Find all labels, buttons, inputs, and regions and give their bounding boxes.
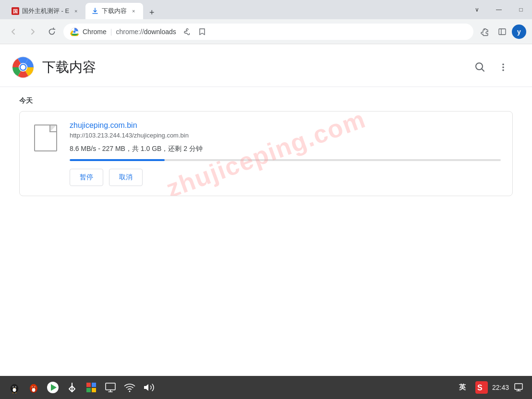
share-button[interactable]: [180, 25, 193, 38]
tabs-bar: 国 国外主机测评 - E × 下载内容 × +: [4, 0, 528, 19]
url-separator: |: [110, 28, 112, 36]
address-bar[interactable]: Chrome | chrome://downloads: [63, 24, 473, 40]
downloads-list: 今天 zhujiceping.com zhujiceping.com.bin h…: [0, 87, 532, 206]
svg-point-28: [32, 387, 33, 387]
tab2-title: 下载内容: [102, 7, 127, 15]
reload-button[interactable]: [44, 24, 60, 39]
tab1-favicon: 国: [12, 7, 19, 15]
taskbar-volume-icon[interactable]: [140, 379, 157, 396]
sidebar-button[interactable]: [495, 24, 510, 39]
svg-point-21: [15, 387, 16, 387]
taskbar-screen-icon[interactable]: [102, 379, 119, 396]
progress-bar-container: [70, 159, 501, 161]
tab1-close[interactable]: ×: [72, 7, 80, 15]
tab-1[interactable]: 国 国外主机测评 - E ×: [6, 3, 85, 19]
address-actions: [180, 25, 209, 38]
tab2-close[interactable]: ×: [130, 7, 137, 15]
search-downloads-button[interactable]: [471, 58, 490, 77]
svg-rect-5: [499, 29, 506, 35]
taskbar-input-method[interactable]: 英: [454, 379, 471, 396]
download-info: zhujiceping.com.bin http://103.213.244.1…: [70, 121, 501, 186]
forward-button[interactable]: [25, 24, 40, 39]
new-tab-button[interactable]: +: [145, 6, 158, 19]
more-actions-button[interactable]: [494, 58, 513, 77]
file-icon: [34, 125, 57, 151]
chevron-button[interactable]: ∨: [466, 0, 488, 19]
svg-rect-32: [92, 383, 96, 387]
taskbar-color-squares-icon[interactable]: [83, 379, 100, 396]
file-icon-wrapper: [31, 121, 60, 155]
svg-text:国: 国: [13, 9, 18, 14]
download-actions: 暂停 取消: [70, 169, 501, 186]
taskbar-play-icon[interactable]: [44, 379, 61, 396]
svg-point-20: [13, 387, 13, 387]
taskbar-qq1-icon[interactable]: [6, 379, 23, 396]
taskbar-bluetooth-icon[interactable]: [63, 379, 81, 396]
downloads-title-group: 下载内容: [12, 56, 96, 79]
extensions-button[interactable]: [477, 24, 493, 39]
download-status: 8.6 MB/s - 227 MB，共 1.0 GB，还剩 2 分钟: [70, 145, 501, 153]
address-bar-row: Chrome | chrome://downloads: [0, 19, 532, 44]
svg-rect-31: [86, 383, 91, 387]
tab1-title: 国外主机测评 - E: [22, 7, 69, 15]
tab-2[interactable]: 下载内容 ×: [85, 3, 143, 19]
downloads-header: 下载内容: [0, 44, 532, 87]
taskbar-notification-button[interactable]: [511, 380, 526, 395]
svg-rect-34: [92, 388, 96, 392]
page-title: 下载内容: [42, 58, 96, 76]
svg-point-29: [35, 387, 35, 387]
taskbar-time: 22:43: [492, 384, 509, 391]
svg-point-11: [502, 63, 504, 65]
progress-bar-fill: [70, 159, 165, 161]
taskbar-qq2-icon[interactable]: [25, 379, 42, 396]
svg-text:S: S: [477, 384, 483, 392]
profile-button[interactable]: y: [512, 25, 526, 39]
svg-point-13: [502, 69, 504, 71]
maximize-button[interactable]: □: [510, 0, 532, 19]
minimize-button[interactable]: —: [488, 0, 510, 19]
bookmark-button[interactable]: [195, 25, 209, 38]
main-content: 下载内容 今天 zhujiceping.com: [0, 44, 532, 376]
chrome-icon: [70, 27, 79, 36]
taskbar: 英 S 22:43: [0, 376, 532, 399]
svg-point-36: [129, 391, 131, 392]
back-button[interactable]: [6, 24, 21, 39]
taskbar-wifi-icon[interactable]: [121, 379, 138, 396]
title-bar: 国 国外主机测评 - E × 下载内容 × + ∨ — □: [0, 0, 532, 19]
today-label: 今天: [19, 97, 513, 105]
pause-button[interactable]: 暂停: [70, 169, 103, 186]
chrome-logo: [12, 56, 35, 79]
svg-point-9: [21, 65, 25, 70]
svg-point-12: [502, 66, 504, 68]
download-item: zhujiceping.com zhujiceping.com.bin http…: [19, 111, 513, 196]
window-controls: ∨ — □: [466, 0, 532, 19]
cancel-button[interactable]: 取消: [109, 169, 143, 186]
download-url: http://103.213.244.143/zhujiceping.com.b…: [70, 132, 501, 139]
svg-point-4: [73, 30, 76, 33]
url-path: downloads: [144, 28, 176, 36]
taskbar-sogou-icon[interactable]: S: [473, 379, 490, 396]
download-filename[interactable]: zhujiceping.com.bin: [70, 121, 501, 130]
tab2-favicon: [91, 7, 99, 15]
url-display: chrome://downloads: [116, 28, 176, 36]
svg-rect-39: [515, 384, 522, 389]
svg-rect-33: [86, 388, 91, 392]
toolbar-actions: y: [477, 24, 526, 39]
svg-rect-35: [106, 383, 115, 390]
browser-name: Chrome: [83, 28, 107, 36]
url-prefix: chrome://: [116, 28, 144, 36]
header-icons: [471, 58, 513, 77]
